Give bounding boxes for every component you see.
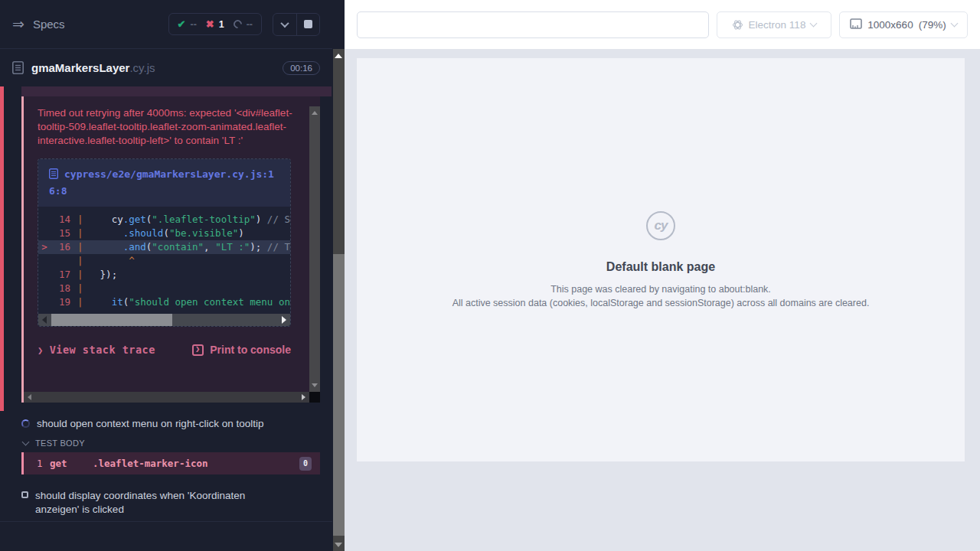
error-vertical-scrollbar[interactable] xyxy=(309,106,320,392)
blank-page-line2: All active session data (cookies, localS… xyxy=(452,298,870,308)
attempt-header-band xyxy=(21,86,332,96)
run-controls xyxy=(273,13,320,36)
spec-name: gmaMarkersLayer xyxy=(31,61,129,74)
reporter-header: ⇒ Specs ✔ -- ✖ 1 -- xyxy=(0,0,332,49)
spec-timer: 00:16 xyxy=(283,61,320,75)
browser-selector[interactable]: Electron 118 xyxy=(717,11,831,38)
chevron-down-icon xyxy=(22,439,30,446)
browser-label: Electron 118 xyxy=(749,19,806,31)
test-item-queued[interactable]: should display coordinates when 'Koordin… xyxy=(0,489,332,517)
command-badge: 0 xyxy=(299,457,312,471)
scroll-down-icon xyxy=(335,543,342,547)
test-item-running[interactable]: should open context menu on right-click … xyxy=(0,417,332,431)
command-method: get xyxy=(50,458,93,469)
scrollbar-corner xyxy=(309,392,320,403)
error-panel: Timed out retrying after 4000ms: expecte… xyxy=(21,96,320,403)
divider xyxy=(0,521,332,522)
print-console-icon xyxy=(192,344,204,356)
view-stack-trace-button[interactable]: ❯View stack trace xyxy=(38,344,155,356)
blank-page-message: cy Default blank page This page was clea… xyxy=(452,211,870,308)
failed-icon: ✖ xyxy=(206,18,214,30)
viewport-size-selector[interactable]: 1000x660 (79%) xyxy=(839,11,968,38)
test-title: should open context menu on right-click … xyxy=(37,417,263,431)
code-line: 17| }); xyxy=(38,268,290,282)
test-title: should display coordinates when 'Koordin… xyxy=(35,489,288,517)
scrollbar-thumb[interactable] xyxy=(51,314,172,326)
cypress-logo-icon: cy xyxy=(646,211,675,240)
scroll-left-icon xyxy=(42,316,47,324)
reporter-panel: ⇒ Specs ✔ -- ✖ 1 -- xyxy=(0,0,345,551)
code-line: | ^ xyxy=(38,254,290,268)
spec-header[interactable]: gmaMarkersLayer.cy.js 00:16 xyxy=(0,49,332,86)
test-body-label: TEST BODY xyxy=(35,439,85,448)
scroll-right-icon xyxy=(282,316,286,324)
print-to-console-button[interactable]: Print to console xyxy=(192,344,291,356)
error-horizontal-scrollbar[interactable] xyxy=(24,392,309,403)
code-frame-file-link[interactable]: cypress/e2e/gmaMarkersLayer.cy.js:16:8 xyxy=(38,159,290,207)
command-log-entry[interactable]: 1 get .leaflet-marker-icon 0 xyxy=(21,452,320,474)
spec-file-icon xyxy=(12,61,24,74)
spinner-icon xyxy=(21,419,30,428)
specs-title: Specs xyxy=(33,18,65,31)
scroll-left-icon xyxy=(28,394,31,400)
queued-test-icon xyxy=(21,491,28,498)
scrollbar-thumb[interactable] xyxy=(333,254,345,536)
chevron-down-icon xyxy=(950,19,958,27)
error-message: Timed out retrying after 4000ms: expecte… xyxy=(38,106,301,148)
code-file-icon xyxy=(49,168,58,184)
blank-page-heading: Default blank page xyxy=(452,260,870,274)
test-body-section[interactable]: TEST BODY xyxy=(0,439,332,448)
stat-passed: ✔ -- xyxy=(178,18,197,30)
code-line: 14| cy.get(".leaflet-tooltip") // Selec xyxy=(38,213,290,227)
scroll-up-icon xyxy=(312,111,318,115)
code-line: >16| .and("contain", "LT :"); // Test xyxy=(38,240,290,254)
code-lines: 14| cy.get(".leaflet-tooltip") // Selec1… xyxy=(38,207,290,309)
stop-icon xyxy=(304,20,312,28)
scroll-right-icon xyxy=(302,394,305,400)
test-stats: ✔ -- ✖ 1 -- xyxy=(168,13,262,35)
blank-page-line1: This page was cleared by navigating to a… xyxy=(452,284,870,295)
code-line: 15| .should("be.visible") xyxy=(38,227,290,240)
command-number: 1 xyxy=(24,458,50,469)
aut-stage: cy Default blank page This page was clea… xyxy=(345,49,980,551)
specs-menu-icon[interactable]: ⇒ xyxy=(12,17,24,31)
collapse-all-button[interactable] xyxy=(273,14,296,35)
code-line: 19| it("should open context menu on righ… xyxy=(38,295,290,309)
code-frame: cypress/e2e/gmaMarkersLayer.cy.js:16:8 1… xyxy=(38,158,291,327)
stat-failed: ✖ 1 xyxy=(206,18,224,30)
chevron-right-icon: ❯ xyxy=(38,345,44,356)
aut-viewport: cy Default blank page This page was clea… xyxy=(357,58,965,461)
passed-icon: ✔ xyxy=(178,18,186,30)
command-message: .leaflet-marker-icon xyxy=(93,458,299,469)
chevron-down-icon xyxy=(810,19,818,27)
viewport-size-icon xyxy=(850,18,862,31)
scroll-down-icon xyxy=(312,383,318,387)
reporter-scrollbar[interactable] xyxy=(333,49,345,551)
stat-pending: -- xyxy=(234,19,253,30)
code-line: 18| xyxy=(38,282,290,295)
viewport-zoom-label: (79%) xyxy=(919,19,946,31)
pending-icon xyxy=(231,18,243,31)
app-under-test-area: Electron 118 1000x660 (79%) cy Default b… xyxy=(345,0,980,551)
chevron-down-icon xyxy=(280,18,289,27)
stop-run-button[interactable] xyxy=(296,14,319,35)
electron-icon xyxy=(732,19,743,31)
code-horizontal-scrollbar[interactable] xyxy=(38,314,290,326)
scroll-up-icon xyxy=(335,54,342,58)
failed-attempt-block: Timed out retrying after 4000ms: expecte… xyxy=(0,86,332,411)
viewport-size-label: 1000x660 xyxy=(867,19,913,31)
url-input[interactable] xyxy=(357,11,709,38)
spec-extension: .cy.js xyxy=(129,61,155,74)
aut-header: Electron 118 1000x660 (79%) xyxy=(345,0,980,49)
